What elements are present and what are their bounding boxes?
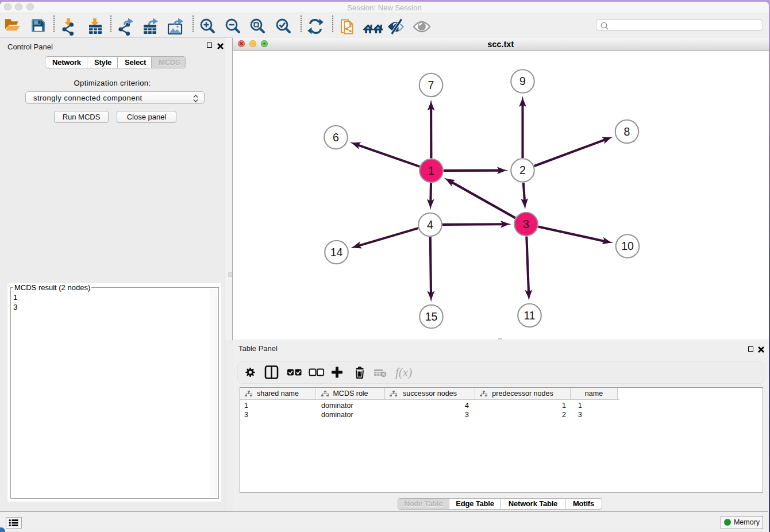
svg-text:8: 8 [624,125,630,138]
svg-text:f(x): f(x) [395,365,412,379]
svg-text:3: 3 [523,218,529,230]
svg-text:9: 9 [519,75,526,87]
svg-text:2: 2 [519,164,526,176]
svg-text:1: 1 [428,164,434,177]
svg-text:11: 11 [523,309,535,322]
svg-text:10: 10 [621,240,634,252]
svg-text:6: 6 [333,131,339,144]
svg-text:7: 7 [428,79,434,91]
svg-text:4: 4 [427,218,433,231]
svg-text:14: 14 [330,246,343,259]
svg-text:15: 15 [425,310,438,323]
